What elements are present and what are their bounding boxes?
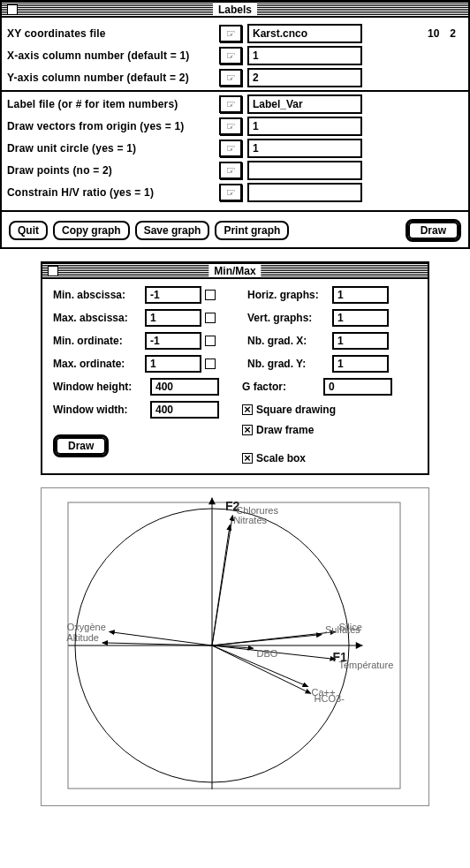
min-ordinate-input[interactable] — [145, 332, 201, 350]
window-height-label: Window height: — [53, 381, 150, 393]
svg-marker-3 — [356, 642, 363, 649]
square-drawing-label: Square drawing — [256, 404, 336, 416]
points-label: Draw points (no = 2) — [7, 164, 219, 177]
window-height-input[interactable] — [150, 378, 219, 396]
hand-icon[interactable]: ☞ — [219, 25, 242, 42]
window-width-input[interactable] — [150, 401, 219, 419]
scale-box-check[interactable] — [242, 453, 253, 464]
minmax-titlebar[interactable]: Min/Max — [42, 263, 428, 279]
labelfile-label: Label file (or # for item numbers) — [7, 98, 219, 110]
nby-label: Nb. grad. Y: — [247, 358, 329, 370]
xy-file-label: XY coordinates file — [7, 27, 219, 40]
window-width-label: Window width: — [53, 404, 150, 416]
draw-frame-check[interactable] — [242, 425, 253, 435]
svg-line-10 — [212, 525, 230, 645]
close-icon[interactable] — [7, 4, 18, 15]
hand-icon[interactable]: ☞ — [219, 162, 242, 179]
points-input[interactable] — [247, 161, 362, 180]
ycol-label: Y-axis column number (default = 2) — [7, 72, 219, 84]
xcol-label: X-axis column number (default = 1) — [7, 49, 219, 62]
svg-text:Altitude: Altitude — [66, 632, 99, 643]
divider — [2, 90, 468, 92]
correlation-circle-chart: F2F1ChloruresNitratesSiliceSulfatesTempé… — [41, 487, 429, 806]
xy-file-input[interactable] — [247, 24, 362, 43]
circle-label: Draw unit circle (yes = 1) — [7, 142, 219, 155]
labels-window: Labels XY coordinates file ☞ 10 2 X-axis… — [0, 0, 470, 249]
max-abscissa-check[interactable] — [205, 313, 216, 323]
xy-rows-count: 2 — [450, 27, 456, 40]
horiz-graphs-input[interactable] — [332, 286, 389, 304]
vert-graphs-input[interactable] — [332, 309, 389, 327]
svg-line-14 — [212, 635, 322, 645]
vectors-label: Draw vectors from origin (yes = 1) — [7, 120, 219, 132]
svg-text:HCO3-: HCO3- — [315, 693, 345, 704]
min-abscissa-check[interactable] — [205, 290, 216, 300]
square-drawing-check[interactable] — [242, 404, 253, 415]
hand-icon[interactable]: ☞ — [219, 47, 242, 64]
svg-text:Oxygène: Oxygène — [67, 622, 106, 632]
circle-input[interactable] — [247, 139, 362, 158]
max-ordinate-label: Max. ordinate: — [53, 358, 141, 370]
draw-button[interactable]: Draw — [53, 434, 109, 457]
labels-titlebar[interactable]: Labels — [2, 2, 468, 18]
max-abscissa-input[interactable] — [145, 309, 201, 327]
g-factor-input[interactable] — [323, 378, 392, 396]
hand-icon[interactable]: ☞ — [219, 184, 242, 201]
min-abscissa-label: Min. abscissa: — [53, 289, 141, 301]
min-ordinate-check[interactable] — [205, 336, 216, 346]
draw-frame-label: Draw frame — [256, 424, 314, 436]
svg-text:Température: Température — [339, 660, 394, 670]
max-abscissa-label: Max. abscissa: — [53, 312, 141, 324]
hand-icon[interactable]: ☞ — [219, 95, 242, 113]
scale-box-label: Scale box — [256, 452, 306, 464]
horiz-graphs-label: Horiz. graphs: — [247, 289, 329, 301]
g-factor-label: G factor: — [242, 381, 316, 393]
copy-graph-button[interactable]: Copy graph — [53, 221, 130, 240]
save-graph-button[interactable]: Save graph — [135, 221, 210, 240]
hand-icon[interactable]: ☞ — [219, 140, 242, 157]
nby-input[interactable] — [332, 355, 389, 373]
max-ordinate-check[interactable] — [205, 359, 216, 369]
svg-text:Nitrates: Nitrates — [233, 515, 267, 525]
divider — [0, 210, 470, 212]
chart-svg: F2F1ChloruresNitratesSiliceSulfatesTempé… — [49, 495, 420, 796]
nbx-label: Nb. grad. X: — [247, 335, 329, 347]
quit-button[interactable]: Quit — [9, 221, 48, 240]
close-icon[interactable] — [48, 266, 58, 276]
min-abscissa-input[interactable] — [145, 286, 201, 304]
ratio-label: Constrain H/V ratio (yes = 1) — [7, 186, 219, 199]
labels-title: Labels — [213, 4, 257, 16]
minmax-window: Min/Max Min. abscissa: Horiz. graphs: Ma… — [41, 261, 429, 475]
hand-icon[interactable]: ☞ — [219, 69, 242, 87]
svg-text:Sulfates: Sulfates — [325, 624, 360, 635]
min-ordinate-label: Min. ordinate: — [53, 335, 141, 347]
hand-icon[interactable]: ☞ — [219, 117, 242, 135]
draw-button[interactable]: Draw — [406, 219, 461, 242]
vectors-input[interactable] — [247, 117, 362, 136]
labelfile-input[interactable] — [247, 94, 362, 114]
minmax-title: Min/Max — [208, 265, 261, 277]
nbx-input[interactable] — [332, 332, 389, 350]
print-graph-button[interactable]: Print graph — [215, 221, 289, 240]
xy-cols-count: 10 — [428, 27, 439, 40]
svg-marker-4 — [208, 498, 216, 505]
ycol-input[interactable] — [247, 68, 362, 87]
svg-text:DBO: DBO — [257, 648, 278, 659]
vert-graphs-label: Vert. graphs: — [247, 312, 329, 324]
xcol-input[interactable] — [247, 46, 362, 65]
max-ordinate-input[interactable] — [145, 355, 201, 373]
ratio-input[interactable] — [247, 183, 362, 202]
